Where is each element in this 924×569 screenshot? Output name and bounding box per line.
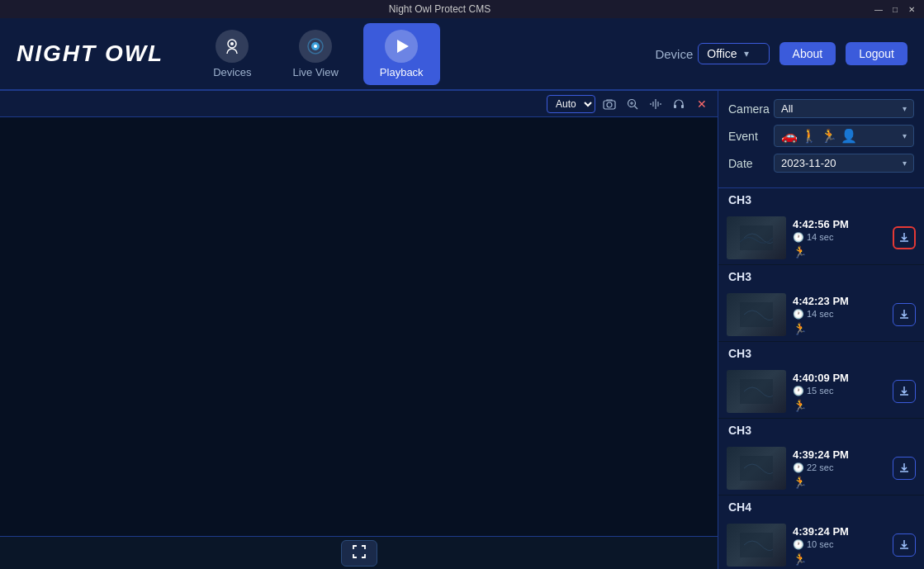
nav-devices[interactable]: Devices (197, 23, 268, 85)
clock-icon-1: 🕐 (793, 232, 804, 243)
event-duration-1: 🕐 14 sec (793, 232, 886, 243)
svg-rect-15 (740, 302, 773, 327)
thumb-overlay-2 (727, 293, 786, 336)
video-area (0, 117, 718, 536)
event-time-3: 4:40:09 PM (793, 372, 886, 384)
liveview-icon (299, 30, 332, 63)
nav-liveview-label: Live View (292, 66, 338, 78)
close-button[interactable]: ✕ (906, 3, 917, 15)
event-info-3: 4:40:09 PM 🕐 15 sec 🏃 (786, 372, 893, 412)
event-time-5: 4:39:24 PM (793, 525, 886, 538)
event-duration-4: 🕐 22 sec (793, 462, 886, 473)
clock-icon-5: 🕐 (793, 539, 804, 550)
filter-section: Camera All ▾ Event 🚗 🚶 🏃 👤 ▾ (718, 91, 924, 188)
device-dropdown[interactable]: Office ▾ (698, 43, 769, 64)
download-button-3[interactable] (893, 380, 916, 403)
title-bar: Night Owl Protect CMS — □ ✕ (0, 0, 924, 18)
svg-line-9 (635, 106, 638, 109)
nav-playback[interactable]: Playback (363, 23, 440, 85)
camera-icon[interactable] (600, 95, 618, 113)
svg-rect-13 (681, 105, 684, 108)
event-label: Event (728, 130, 774, 143)
person-run-icon: 🏃 (821, 128, 837, 144)
clock-icon-4: 🕐 (793, 462, 804, 473)
thumb-overlay-3 (727, 370, 786, 413)
zoom-icon[interactable] (623, 95, 642, 113)
svg-point-4 (314, 45, 317, 48)
nav-devices-label: Devices (213, 66, 251, 78)
event-item-1[interactable]: 4:42:56 PM 🕐 14 sec 🏃 (718, 211, 924, 265)
event-time-1: 4:42:56 PM (793, 218, 886, 230)
svg-rect-17 (740, 456, 773, 481)
event-dropdown[interactable]: 🚗 🚶 🏃 👤 ▾ (774, 125, 914, 147)
device-label: Device (655, 47, 693, 61)
download-button-4[interactable] (893, 457, 916, 480)
minimize-button[interactable]: — (873, 3, 884, 15)
svg-rect-14 (740, 225, 773, 250)
event-time-2: 4:42:23 PM (793, 295, 886, 307)
thumb-overlay-5 (727, 524, 786, 567)
nav-playback-label: Playback (380, 66, 424, 78)
event-item-3[interactable]: 4:40:09 PM 🕐 15 sec 🏃 (718, 365, 924, 419)
event-thumb-1 (727, 216, 786, 259)
auto-select[interactable]: Auto (547, 95, 595, 113)
nav-liveview[interactable]: Live View (276, 23, 354, 85)
video-toolbar: Auto (0, 91, 718, 117)
event-duration-3: 🕐 15 sec (793, 386, 886, 396)
svg-rect-18 (740, 533, 773, 557)
clock-icon-3: 🕐 (793, 386, 804, 396)
event-type-1: 🏃 (793, 245, 886, 258)
logout-button[interactable]: Logout (846, 42, 907, 65)
date-value: 2023-11-20 (781, 157, 836, 169)
event-item-4[interactable]: 4:39:24 PM 🕐 22 sec 🏃 (718, 442, 924, 496)
headphone-icon[interactable] (670, 95, 688, 113)
svg-point-1 (230, 42, 234, 45)
window-controls: — □ ✕ (873, 3, 917, 15)
app-logo: NIGHT OWL (17, 40, 163, 67)
svg-point-7 (607, 102, 612, 107)
event-thumb-2 (727, 293, 786, 336)
svg-rect-12 (674, 105, 676, 108)
camera-label: Camera (728, 102, 774, 116)
event-duration-5: 🕐 10 sec (793, 539, 886, 550)
channel-header-2: CH3 (718, 265, 924, 288)
event-type-2: 🏃 (793, 322, 886, 335)
date-label: Date (728, 157, 774, 170)
event-chevron-icon: ▾ (903, 131, 907, 140)
channel-header-3: CH3 (718, 342, 924, 365)
event-type-4: 🏃 (793, 476, 886, 489)
date-dropdown[interactable]: 2023-11-20 ▾ (774, 154, 914, 173)
event-item-5[interactable]: 4:39:24 PM 🕐 10 sec 🏃 (718, 519, 924, 569)
audio-icon[interactable] (647, 95, 665, 113)
thumb-overlay-4 (727, 447, 786, 490)
camera-value: All (781, 102, 793, 115)
download-button-1[interactable] (893, 226, 916, 249)
svg-marker-5 (397, 40, 409, 53)
nav-items: Devices Live View Playback (197, 23, 655, 85)
download-button-5[interactable] (893, 533, 916, 557)
close-video-icon[interactable]: ✕ (693, 95, 711, 113)
fullscreen-icon (352, 544, 367, 562)
camera-dropdown[interactable]: All ▾ (774, 99, 914, 118)
event-item-2[interactable]: 4:42:23 PM 🕐 14 sec 🏃 (718, 288, 924, 342)
event-duration-2: 🕐 14 sec (793, 309, 886, 320)
camera-chevron-icon: ▾ (903, 104, 907, 113)
event-type-5: 🏃 (793, 552, 886, 566)
camera-filter-row: Camera All ▾ (728, 99, 914, 118)
about-button[interactable]: About (779, 42, 836, 65)
event-type-3: 🏃 (793, 399, 886, 412)
event-thumb-5 (727, 524, 786, 567)
event-info-5: 4:39:24 PM 🕐 10 sec 🏃 (786, 525, 893, 566)
restore-button[interactable]: □ (889, 3, 901, 15)
playback-icon (385, 30, 418, 63)
video-bottom (0, 536, 718, 569)
device-selector: Device Office ▾ (655, 43, 769, 64)
channel-header-4: CH3 (718, 419, 924, 442)
date-filter-row: Date 2023-11-20 ▾ (728, 154, 914, 173)
event-filter-row: Event 🚗 🚶 🏃 👤 ▾ (728, 125, 914, 147)
event-thumb-4 (727, 447, 786, 490)
download-button-2[interactable] (893, 303, 916, 326)
event-thumb-3 (727, 370, 786, 413)
header: NIGHT OWL Devices Live View (0, 18, 924, 91)
fullscreen-button[interactable] (341, 540, 377, 567)
